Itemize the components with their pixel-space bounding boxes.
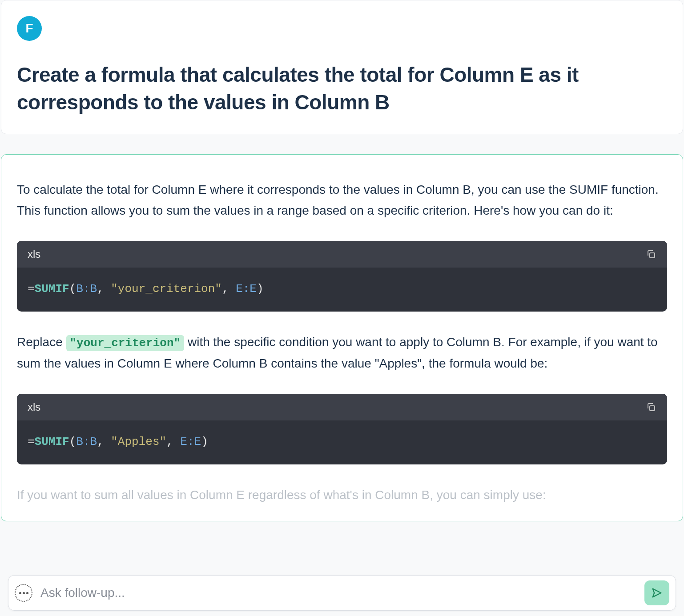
- code-token-fn: SUMIF: [35, 435, 69, 448]
- code-token: ,: [222, 282, 236, 296]
- copy-button[interactable]: [646, 402, 656, 412]
- more-options-button[interactable]: [15, 584, 32, 602]
- code-token: (: [69, 435, 76, 448]
- answer-paragraph-2: Replace "your_criterion" with the specif…: [17, 332, 667, 374]
- code-token: ,: [97, 435, 111, 448]
- svg-rect-1: [650, 406, 655, 411]
- code-token: =: [28, 435, 35, 448]
- avatar-row: F: [17, 16, 667, 41]
- question-title: Create a formula that calculates the tot…: [17, 61, 667, 116]
- code-token-ref: E:E: [236, 282, 257, 296]
- code-block-1: xls =SUMIF(B:B, "your_criterion", E:E): [17, 241, 667, 311]
- code-token: ,: [97, 282, 111, 296]
- copy-icon: [646, 249, 656, 260]
- followup-input[interactable]: [40, 586, 644, 600]
- code-content: =SUMIF(B:B, "Apples", E:E): [17, 420, 667, 464]
- code-token: ): [201, 435, 208, 448]
- question-card: F Create a formula that calculates the t…: [1, 0, 683, 134]
- avatar-letter: F: [25, 21, 33, 36]
- inline-code: "your_criterion": [66, 335, 185, 351]
- code-token-ref: B:B: [76, 282, 97, 296]
- code-token-fn: SUMIF: [35, 282, 69, 296]
- copy-button[interactable]: [646, 249, 656, 260]
- code-token-ref: E:E: [180, 435, 201, 448]
- code-language-label: xls: [28, 401, 40, 413]
- text-segment: Replace: [17, 335, 66, 349]
- code-token: ): [257, 282, 264, 296]
- user-avatar: F: [17, 16, 42, 41]
- copy-icon: [646, 402, 656, 412]
- code-content: =SUMIF(B:B, "your_criterion", E:E): [17, 268, 667, 311]
- answer-card: To calculate the total for Column E wher…: [1, 154, 683, 521]
- send-button[interactable]: [644, 580, 669, 605]
- code-header: xls: [17, 241, 667, 268]
- code-block-2: xls =SUMIF(B:B, "Apples", E:E): [17, 394, 667, 464]
- followup-bar: [8, 575, 676, 611]
- code-header: xls: [17, 394, 667, 420]
- send-icon: [651, 587, 663, 599]
- code-language-label: xls: [28, 248, 40, 260]
- more-dots-icon: [19, 592, 28, 594]
- svg-rect-0: [650, 253, 655, 258]
- answer-intro: To calculate the total for Column E wher…: [17, 179, 667, 221]
- code-token: ,: [166, 435, 180, 448]
- code-token-str: "Apples": [111, 435, 166, 448]
- code-token-ref: B:B: [76, 435, 97, 448]
- code-token: (: [69, 282, 76, 296]
- answer-paragraph-3: If you want to sum all values in Column …: [17, 484, 667, 505]
- code-token-str: "your_criterion": [111, 282, 222, 296]
- code-token: =: [28, 282, 35, 296]
